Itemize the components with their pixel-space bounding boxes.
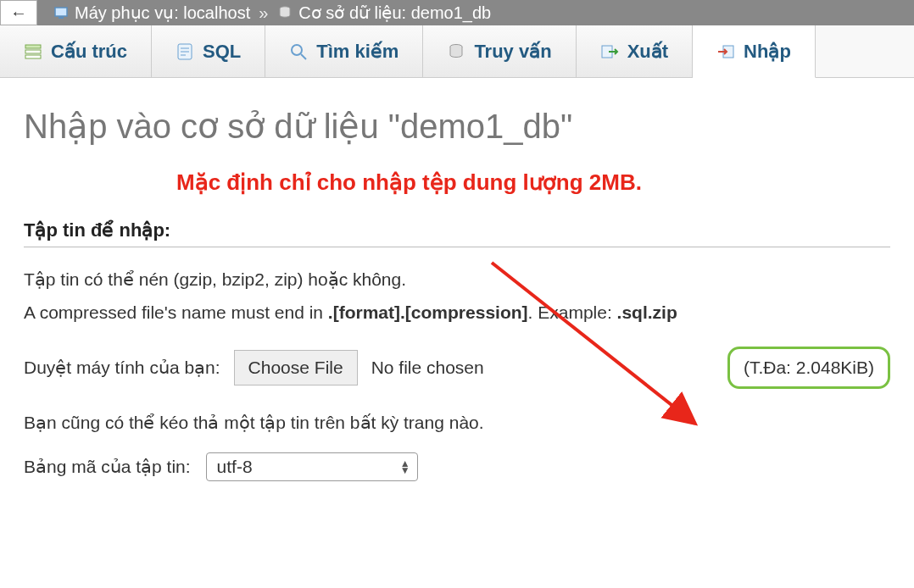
tab-bar: Cấu trúc SQL Tìm kiếm Truy vấn Xuất Nhập [0,25,914,78]
tab-export-label: Xuất [627,41,668,63]
search-icon [289,42,308,61]
tab-sql[interactable]: SQL [152,25,265,77]
annotation-text: Mặc định chỉ cho nhập tệp dung lượng 2MB… [176,169,890,196]
breadcrumb-bar: ← Máy phục vụ: localhost » Cơ sở dữ liệu… [0,0,914,25]
choose-file-button[interactable]: Choose File [234,350,358,386]
tab-import[interactable]: Nhập [693,25,816,78]
tab-sql-label: SQL [203,41,241,63]
browse-label: Duyệt máy tính của bạn: [24,358,220,378]
back-button[interactable]: ← [0,0,37,25]
page-title: Nhập vào cơ sở dữ liệu "demo1_db" [24,107,890,146]
hint2-example: .sql.zip [617,302,677,322]
main-content: Nhập vào cơ sở dữ liệu "demo1_db" Mặc đị… [0,78,914,481]
hint2-mid: . Example: [528,302,617,322]
breadcrumb-server-label: Máy phục vụ: localhost [75,3,250,23]
section-title-file: Tập tin để nhập: [24,219,890,247]
max-size-badge: (T.Đa: 2.048KiB) [727,347,890,389]
no-file-chosen-text: No file chosen [371,358,484,378]
svg-rect-0 [55,8,67,16]
tab-search-label: Tìm kiếm [316,41,398,63]
back-arrow-icon: ← [10,3,27,23]
tab-export[interactable]: Xuất [577,25,693,77]
tab-import-label: Nhập [744,41,791,63]
tab-search[interactable]: Tìm kiếm [265,25,423,77]
database-icon [276,4,293,21]
query-icon [447,42,465,61]
breadcrumb-server[interactable]: Máy phục vụ: localhost [53,3,250,23]
svg-rect-5 [25,50,41,53]
import-icon [716,42,735,61]
structure-icon [24,42,42,61]
export-icon [600,42,619,61]
file-hint-line1: Tập tin có thể nén (gzip, bzip2, zip) ho… [24,266,890,294]
charset-value: utf-8 [217,457,253,476]
tab-query-label: Truy vấn [474,41,551,63]
tab-structure-label: Cấu trúc [51,41,127,63]
breadcrumb-database[interactable]: Cơ sở dữ liệu: demo1_db [276,3,491,23]
svg-rect-4 [25,45,41,48]
dragdrop-hint: Bạn cũng có thể kéo thả một tập tin trên… [24,409,890,437]
server-icon [53,4,70,21]
select-arrows-icon: ▲▼ [400,460,410,474]
svg-rect-6 [25,55,41,58]
tab-query[interactable]: Truy vấn [423,25,576,77]
sql-icon [176,42,194,61]
file-hint-line2: A compressed file's name must end in .[f… [24,299,890,327]
hint2-format: .[format].[compression] [328,302,528,322]
browse-row: Duyệt máy tính của bạn: Choose File No f… [24,347,890,389]
charset-row: Bảng mã của tập tin: utf-8 ▲▼ [24,452,890,481]
svg-line-12 [301,54,306,59]
breadcrumb-separator: » [259,3,268,23]
charset-label: Bảng mã của tập tin: [24,457,191,477]
charset-select[interactable]: utf-8 ▲▼ [206,452,418,481]
breadcrumb-db-label: Cơ sở dữ liệu: demo1_db [298,3,491,23]
svg-point-11 [292,45,302,55]
svg-rect-2 [59,17,64,19]
hint2-pre: A compressed file's name must end in [24,302,328,322]
tab-structure[interactable]: Cấu trúc [0,25,152,77]
